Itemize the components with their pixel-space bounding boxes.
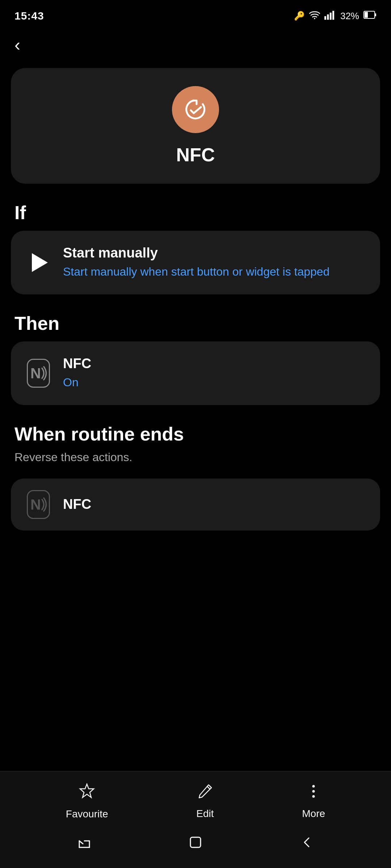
when-routine-card[interactable]: N NFC — [11, 478, 380, 531]
svg-rect-3 — [330, 13, 332, 20]
svg-point-13 — [312, 790, 315, 793]
system-nav — [0, 827, 391, 868]
nfc-icon-box: N — [27, 359, 50, 388]
svg-rect-2 — [327, 14, 329, 20]
edit-label: Edit — [196, 808, 214, 820]
then-section-label: Then — [0, 294, 391, 341]
battery-icon — [363, 10, 377, 22]
refresh-check-icon — [183, 97, 208, 122]
home-button[interactable] — [188, 834, 203, 854]
if-section-label: If — [0, 184, 391, 231]
svg-rect-7 — [365, 12, 368, 18]
svg-text:N: N — [30, 365, 41, 381]
svg-point-14 — [312, 795, 315, 798]
svg-point-0 — [314, 18, 315, 19]
header-icon-circle — [172, 86, 219, 133]
svg-line-11 — [207, 786, 210, 789]
more-button[interactable]: More — [302, 783, 325, 820]
svg-text:N: N — [30, 497, 41, 512]
nfc-icon-active: N — [27, 362, 50, 385]
nfc-symbol-dim-icon: N — [29, 495, 48, 514]
edit-icon — [196, 783, 214, 804]
then-card-content: NFC On — [63, 356, 91, 391]
then-card[interactable]: N NFC On — [11, 341, 380, 405]
favourite-button[interactable]: Favourite — [66, 782, 108, 820]
battery-percentage: 32% — [340, 10, 359, 22]
signal-icon — [324, 10, 336, 22]
svg-rect-20 — [190, 837, 201, 847]
key-icon: 🔑 — [294, 11, 305, 21]
when-routine-card-content: NFC — [63, 497, 91, 512]
then-card-subtitle: On — [63, 374, 91, 391]
nfc-icon-box-dim: N — [27, 490, 50, 519]
bottom-nav: Favourite Edit More — [0, 771, 391, 868]
if-card-subtitle: Start manually when start button or widg… — [63, 264, 329, 280]
bottom-nav-items: Favourite Edit More — [0, 771, 391, 827]
then-card-title: NFC — [63, 356, 91, 371]
star-icon — [78, 782, 96, 804]
if-card-content: Start manually Start manually when start… — [63, 245, 329, 280]
header-title: NFC — [176, 144, 215, 166]
play-icon-wrapper — [27, 251, 50, 274]
if-card-title: Start manually — [63, 245, 329, 261]
more-label: More — [302, 808, 325, 820]
more-icon — [305, 783, 322, 804]
status-time: 15:43 — [14, 10, 44, 22]
status-icons: 🔑 32% — [294, 10, 377, 22]
if-card[interactable]: Start manually Start manually when start… — [11, 231, 380, 294]
header-card: NFC — [11, 68, 380, 184]
when-routine-subtitle: Reverse these actions. — [14, 451, 377, 464]
system-back-button[interactable] — [299, 834, 315, 854]
when-routine-section: When routine ends Reverse these actions. — [0, 405, 391, 478]
play-triangle-icon — [32, 253, 48, 272]
nfc-symbol-icon: N — [29, 364, 48, 383]
back-button-row: ‹ — [0, 29, 391, 57]
svg-rect-1 — [324, 16, 326, 20]
svg-rect-6 — [375, 13, 376, 16]
nfc-icon-dim: N — [27, 493, 50, 516]
when-routine-title: When routine ends — [14, 423, 377, 445]
recent-apps-button[interactable] — [76, 834, 92, 854]
when-routine-card-title: NFC — [63, 497, 91, 512]
status-bar: 15:43 🔑 32% — [0, 0, 391, 29]
wifi-icon — [309, 10, 320, 22]
back-button[interactable]: ‹ — [14, 36, 20, 54]
svg-rect-4 — [332, 11, 334, 20]
svg-marker-10 — [80, 784, 94, 797]
edit-button[interactable]: Edit — [196, 783, 214, 820]
svg-point-12 — [312, 785, 315, 788]
favourite-label: Favourite — [66, 808, 108, 820]
